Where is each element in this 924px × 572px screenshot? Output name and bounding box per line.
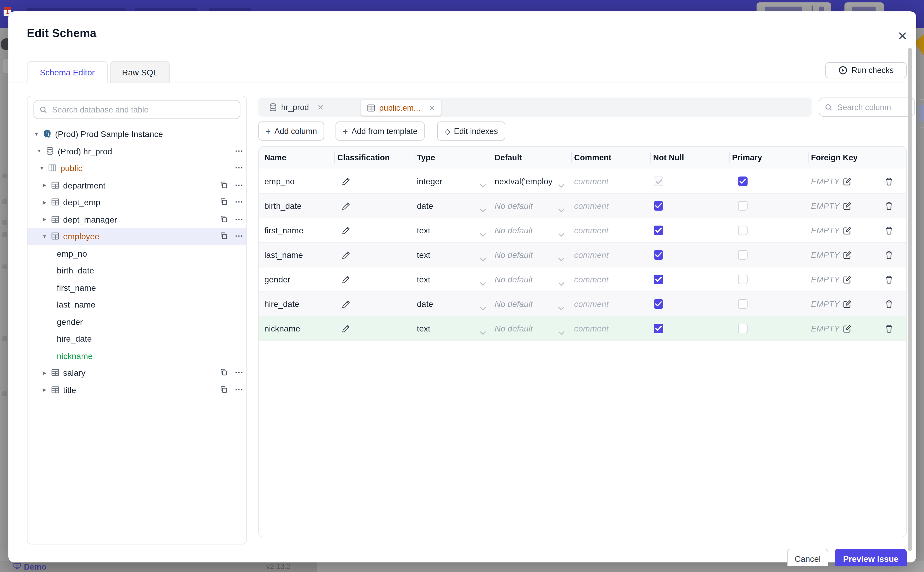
- chevron-down-icon[interactable]: [480, 327, 486, 337]
- primary-checkbox[interactable]: [738, 177, 747, 186]
- column-name-field[interactable]: birth_date: [264, 194, 302, 218]
- ellipsis-menu-icon[interactable]: [234, 368, 244, 378]
- tree-item-dept_manager[interactable]: ▶dept_manager: [28, 211, 247, 228]
- chevron-right-icon[interactable]: ▶: [42, 370, 48, 376]
- classification-edit-icon[interactable]: [341, 317, 350, 340]
- edit-square-icon[interactable]: [843, 177, 852, 186]
- default-select[interactable]: nextval('employ: [495, 169, 552, 193]
- column-name-field[interactable]: last_name: [264, 243, 303, 267]
- tree-item-title[interactable]: ▶title: [28, 381, 247, 398]
- tree-item-(Prod) hr_prod[interactable]: ▼(Prod) hr_prod: [28, 143, 247, 160]
- default-select[interactable]: No default: [495, 267, 533, 291]
- classification-edit-icon[interactable]: [341, 218, 350, 242]
- editor-tab-public.em...[interactable]: public.em...✕: [361, 99, 441, 116]
- not-null-checkbox[interactable]: [654, 201, 663, 211]
- close-icon[interactable]: ✕: [896, 29, 909, 42]
- database-search-input[interactable]: [34, 100, 240, 119]
- delete-column-icon[interactable]: [885, 243, 893, 267]
- delete-column-icon[interactable]: [885, 292, 893, 316]
- not-null-checkbox[interactable]: [654, 275, 663, 284]
- primary-checkbox[interactable]: [738, 250, 747, 260]
- delete-column-icon[interactable]: [885, 169, 893, 193]
- chevron-right-icon[interactable]: ▶: [42, 183, 48, 188]
- not-null-checkbox[interactable]: [654, 324, 663, 333]
- ellipsis-menu-icon[interactable]: [234, 197, 244, 207]
- copy-icon[interactable]: [220, 232, 229, 241]
- comment-field[interactable]: comment: [574, 194, 609, 218]
- classification-edit-icon[interactable]: [341, 243, 350, 267]
- default-select[interactable]: No default: [495, 292, 533, 316]
- tree-item-last_name[interactable]: last_name: [28, 296, 247, 313]
- default-select[interactable]: No default: [495, 194, 533, 218]
- preview-issue-button[interactable]: Preview issue: [835, 549, 907, 566]
- primary-checkbox[interactable]: [738, 225, 747, 235]
- comment-field[interactable]: comment: [574, 243, 609, 267]
- chevron-down-icon[interactable]: ▼: [42, 234, 48, 239]
- not-null-checkbox[interactable]: [654, 299, 663, 309]
- edit-square-icon[interactable]: [843, 275, 852, 284]
- tree-item-(Prod) Prod Sample Instance[interactable]: ▼(Prod) Prod Sample Instance: [28, 126, 247, 143]
- column-name-field[interactable]: first_name: [264, 218, 304, 242]
- comment-field[interactable]: comment: [574, 218, 609, 242]
- column-name-field[interactable]: hire_date: [264, 292, 299, 316]
- chevron-down-icon[interactable]: [558, 204, 564, 215]
- ellipsis-menu-icon[interactable]: [234, 146, 244, 156]
- type-select[interactable]: text: [417, 218, 430, 242]
- tree-item-hire_date[interactable]: hire_date: [28, 330, 247, 347]
- cancel-button[interactable]: Cancel: [787, 549, 828, 566]
- ellipsis-menu-icon[interactable]: [234, 163, 244, 173]
- comment-field[interactable]: comment: [574, 169, 609, 193]
- chevron-down-icon[interactable]: [558, 278, 564, 288]
- run-checks-button[interactable]: Run checks: [825, 62, 907, 78]
- type-select[interactable]: text: [417, 317, 430, 340]
- type-select[interactable]: date: [417, 292, 433, 316]
- chevron-down-icon[interactable]: [480, 302, 486, 313]
- delete-column-icon[interactable]: [885, 194, 893, 218]
- database-search-field[interactable]: [51, 104, 234, 115]
- ellipsis-menu-icon[interactable]: [234, 232, 244, 241]
- chevron-down-icon[interactable]: [480, 253, 486, 264]
- edit-square-icon[interactable]: [843, 324, 852, 333]
- default-select[interactable]: No default: [495, 243, 533, 267]
- primary-checkbox[interactable]: [738, 201, 747, 211]
- edit-square-icon[interactable]: [843, 226, 852, 235]
- chevron-down-icon[interactable]: [558, 228, 564, 239]
- add-from-template-button[interactable]: + Add from template: [335, 121, 425, 141]
- ellipsis-menu-icon[interactable]: [234, 385, 244, 395]
- chevron-down-icon[interactable]: [480, 278, 486, 288]
- tree-item-salary[interactable]: ▶salary: [28, 364, 247, 381]
- copy-icon[interactable]: [220, 180, 229, 190]
- tree-item-emp_no[interactable]: emp_no: [28, 245, 247, 262]
- chevron-down-icon[interactable]: [558, 302, 564, 313]
- edit-indexes-button[interactable]: ◇ Edit indexes: [437, 121, 505, 141]
- type-select[interactable]: date: [417, 194, 433, 218]
- comment-field[interactable]: comment: [574, 267, 609, 291]
- classification-edit-icon[interactable]: [341, 267, 350, 291]
- add-column-button[interactable]: + Add column: [258, 121, 324, 141]
- edit-square-icon[interactable]: [843, 201, 852, 210]
- column-search-field[interactable]: [836, 102, 909, 112]
- copy-icon[interactable]: [220, 214, 229, 224]
- chevron-down-icon[interactable]: [480, 204, 486, 215]
- column-search-input[interactable]: [819, 98, 915, 117]
- editor-tab-hr_prod[interactable]: hr_prod✕: [263, 99, 329, 115]
- tree-item-gender[interactable]: gender: [28, 313, 247, 330]
- chevron-down-icon[interactable]: ▼: [34, 132, 39, 137]
- default-select[interactable]: No default: [495, 317, 533, 340]
- comment-field[interactable]: comment: [574, 292, 609, 316]
- not-null-checkbox[interactable]: [654, 250, 663, 260]
- column-name-field[interactable]: emp_no: [264, 169, 295, 193]
- close-icon[interactable]: ✕: [317, 103, 324, 112]
- type-select[interactable]: text: [417, 267, 430, 291]
- tree-item-public[interactable]: ▼public: [28, 160, 247, 177]
- primary-checkbox[interactable]: [738, 324, 747, 333]
- tree-item-dept_emp[interactable]: ▶dept_emp: [28, 194, 247, 211]
- delete-column-icon[interactable]: [885, 218, 893, 242]
- primary-checkbox[interactable]: [738, 275, 747, 284]
- chevron-down-icon[interactable]: [558, 179, 564, 190]
- comment-field[interactable]: comment: [574, 317, 609, 340]
- column-name-field[interactable]: nickname: [264, 317, 300, 340]
- column-name-field[interactable]: gender: [264, 267, 290, 291]
- chevron-down-icon[interactable]: [558, 253, 564, 264]
- copy-icon[interactable]: [220, 368, 229, 378]
